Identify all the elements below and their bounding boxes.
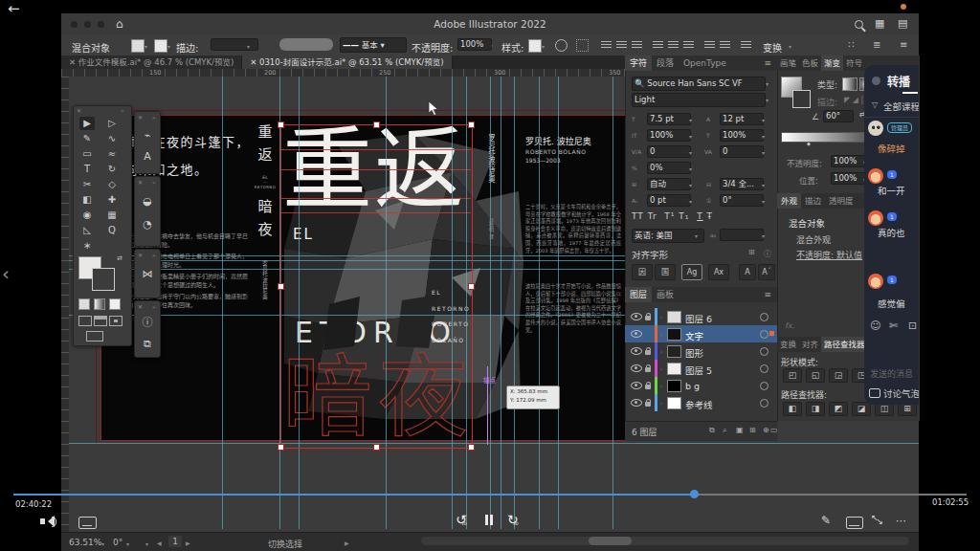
lock-icon[interactable]: [645, 402, 651, 407]
close-icon[interactable]: ✕: [77, 107, 81, 114]
panel-menu-icon[interactable]: ≡: [900, 39, 907, 50]
fill-color-swatch[interactable]: [131, 39, 145, 53]
lock-icon[interactable]: [645, 385, 651, 389]
bubble-mode-label[interactable]: 讨论气泡: [883, 386, 919, 400]
tab-layers[interactable]: 图层: [625, 287, 652, 302]
expand-panel-icon[interactable]: »: [152, 252, 156, 258]
draw-normal-icon[interactable]: [78, 316, 92, 326]
expand-panel-icon[interactable]: »: [152, 179, 156, 186]
pathfinder-divide-button[interactable]: ◧: [783, 402, 802, 416]
panel-menu-icon[interactable]: ≡: [764, 55, 777, 71]
layer-thumbnail[interactable]: [667, 363, 681, 375]
new-sublayer-icon[interactable]: ⊞: [749, 426, 756, 434]
selection-bounding-box[interactable]: [280, 124, 473, 449]
layer-name[interactable]: 图层 6: [685, 312, 712, 325]
horizontal-scrollbar[interactable]: [421, 537, 909, 545]
selection-tool[interactable]: ▶: [79, 117, 95, 130]
tab-brushes[interactable]: 画笔: [777, 55, 799, 71]
align-glyph-baseline-icon[interactable]: Ag: [681, 264, 702, 280]
layer-row[interactable]: › 图层 5: [625, 360, 777, 377]
font-size-input[interactable]: 7.5 pt: [647, 113, 691, 125]
rotation-dropdown[interactable]: 0°: [113, 538, 122, 547]
document-info-icon[interactable]: ⧉: [135, 334, 160, 355]
tab-opentype[interactable]: OpenType: [679, 55, 731, 71]
panel-menu-icon[interactable]: ≡: [764, 287, 777, 302]
scissors-icon[interactable]: ✄: [889, 320, 898, 332]
stroke-color-swatch[interactable]: [154, 39, 167, 53]
layer-name[interactable]: b g: [685, 381, 700, 391]
aki-before-input[interactable]: 自动: [647, 178, 691, 190]
document-tab[interactable]: ✕ 作业文件模板.ai* @ 46.7 % (CMYK/预览): [61, 55, 242, 69]
direct-selection-tool[interactable]: ▷: [104, 117, 120, 130]
align-center-icon[interactable]: [616, 41, 627, 50]
appearance-item[interactable]: 混合对象: [789, 216, 825, 230]
stroke-gradient-options-icons[interactable]: ◤ ◢ |: [844, 96, 863, 104]
shaper-icon[interactable]: ◒: [135, 190, 160, 213]
selection-handle[interactable]: [468, 444, 475, 451]
font-family-input[interactable]: 🔍 Source Han Sans SC VF: [632, 77, 766, 91]
layer-name[interactable]: 图形: [685, 346, 703, 360]
arc-icon[interactable]: ◔: [135, 213, 160, 236]
emoji-icon[interactable]: ☺: [870, 320, 880, 332]
tab-gradient[interactable]: 渐变: [821, 55, 843, 71]
search-icon[interactable]: [855, 20, 863, 29]
layer-thumbnail[interactable]: [667, 380, 681, 392]
close-icon[interactable]: ✕: [138, 252, 143, 258]
glyph-options-icon[interactable]: ⊞: [748, 248, 755, 256]
pathfinder-trim-button[interactable]: ◨: [806, 402, 825, 416]
type-tool[interactable]: T: [79, 163, 95, 176]
tab-symbols[interactable]: 符号: [843, 55, 865, 71]
delete-layer-icon[interactable]: ▭: [770, 426, 778, 434]
distribute-vertical-icon[interactable]: [720, 41, 730, 50]
swap-fill-stroke-icon[interactable]: ⇄: [117, 254, 122, 262]
layer-target-icon[interactable]: [760, 313, 768, 321]
prev-artboard-icon[interactable]: ◀: [157, 540, 162, 546]
horizontal-scale-input[interactable]: 100%: [720, 129, 764, 142]
tracking-input[interactable]: 0: [720, 145, 764, 158]
tab-align[interactable]: 对齐: [799, 337, 821, 352]
shape-unite-button[interactable]: ◰: [783, 368, 802, 383]
align-left-icon[interactable]: [601, 41, 612, 50]
selection-handle[interactable]: [278, 444, 284, 451]
curvature-tool[interactable]: ∿: [104, 132, 120, 145]
window-layout-icon[interactable]: ▤: [898, 17, 907, 30]
scrollbar-thumb[interactable]: [589, 537, 632, 545]
align-glyph-cap-icon[interactable]: A: [739, 264, 756, 280]
layer-target-icon[interactable]: [760, 382, 768, 390]
shape-intersect-button[interactable]: ◲: [829, 368, 848, 383]
align-glyph-xheight-icon[interactable]: Ax: [708, 264, 729, 280]
paintbrush-tool[interactable]: ≈: [104, 147, 120, 161]
distribute-spacing-icon[interactable]: [741, 41, 751, 50]
free-transform-tool[interactable]: ◇: [104, 178, 120, 191]
symbol-tool[interactable]: ∗: [79, 239, 95, 253]
make-mask-icon[interactable]: ▣: [736, 426, 744, 434]
blend-icon[interactable]: ⋈: [135, 263, 160, 286]
chat-filter-label[interactable]: 全部课程: [883, 99, 919, 113]
layer-name[interactable]: 文字: [685, 329, 703, 342]
layer-thumbnail[interactable]: [667, 345, 681, 358]
draw-behind-icon[interactable]: [94, 316, 107, 326]
align-glyph-icf-icon[interactable]: 国: [655, 264, 676, 280]
type-style-buttons[interactable]: TT Tr T¹ T₁ T Ŧ: [632, 211, 713, 221]
none-button[interactable]: [109, 298, 121, 310]
align-right-icon[interactable]: [632, 41, 642, 50]
transform-label[interactable]: 变换: [763, 40, 782, 55]
color-button[interactable]: [78, 298, 90, 310]
layer-thumbnail[interactable]: [667, 397, 681, 409]
visibility-eye-icon[interactable]: [631, 382, 642, 389]
gradient-tool[interactable]: ◧: [79, 193, 95, 207]
live-paint-grid-icon[interactable]: [576, 39, 589, 52]
close-icon[interactable]: ✕: [138, 179, 143, 186]
info-icon[interactable]: ⓘ: [764, 248, 771, 258]
mesh-tool[interactable]: ▦: [104, 209, 120, 222]
layer-name[interactable]: 图层 5: [685, 364, 712, 377]
next-artboard-icon[interactable]: ▶: [186, 540, 190, 546]
bubble-icon[interactable]: [869, 388, 880, 398]
char-rotation-input[interactable]: 0°: [720, 194, 764, 207]
align-middle-icon[interactable]: [668, 41, 679, 50]
tab-transform[interactable]: 变换: [777, 337, 799, 352]
layer-row[interactable]: › 参考线: [625, 394, 777, 411]
tab-artboards[interactable]: 画板: [652, 287, 679, 302]
font-style-input[interactable]: Light: [632, 93, 766, 107]
subtitle-icon[interactable]: [78, 517, 97, 529]
